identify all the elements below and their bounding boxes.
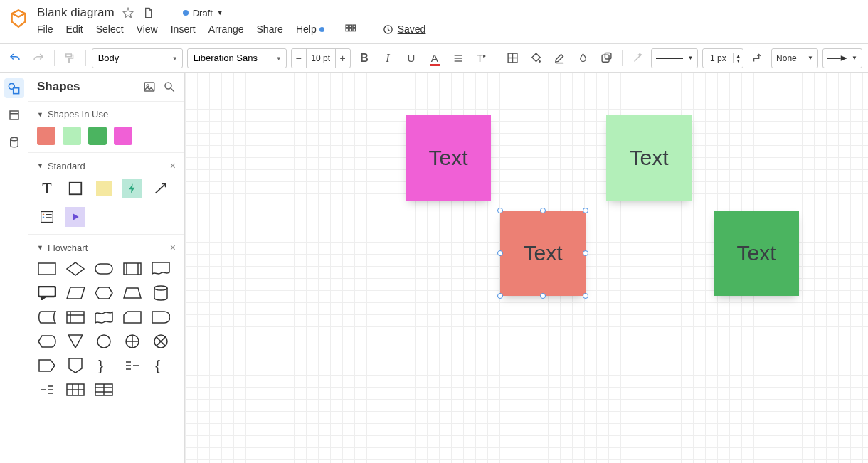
menu-share[interactable]: Share: [257, 23, 283, 35]
section-close-icon[interactable]: ×: [170, 242, 176, 253]
shape-play[interactable]: [65, 207, 85, 227]
line-width-up[interactable]: ▲: [734, 53, 743, 58]
line-style-select[interactable]: ▼: [651, 48, 698, 68]
flow-data[interactable]: [65, 284, 85, 302]
selection-handle[interactable]: [540, 293, 546, 299]
section-flowchart[interactable]: ▼Flowchart×: [37, 242, 176, 253]
font-size-stepper[interactable]: − 10 pt +: [291, 48, 351, 68]
font-size-decrease-button[interactable]: −: [292, 49, 306, 68]
section-close-icon[interactable]: ×: [170, 160, 176, 171]
line-start-select[interactable]: None▼: [771, 48, 818, 68]
shape-note[interactable]: [94, 179, 114, 198]
flow-brace-left[interactable]: {—: [151, 357, 171, 374]
sticky-note-1[interactable]: Text: [606, 115, 692, 201]
flow-database[interactable]: [151, 284, 171, 302]
swatch-0[interactable]: [37, 127, 55, 145]
italic-button[interactable]: I: [379, 48, 398, 68]
bold-button[interactable]: B: [355, 48, 374, 68]
shape-list[interactable]: [37, 207, 57, 227]
star-icon[interactable]: [122, 6, 134, 19]
selection-handle[interactable]: [540, 208, 546, 213]
fill-color-button[interactable]: [526, 48, 546, 68]
swatch-2[interactable]: [88, 127, 107, 145]
font-family-select[interactable]: Liberation Sans: [187, 48, 287, 68]
font-size-increase-button[interactable]: +: [336, 49, 350, 68]
line-routing-button[interactable]: [748, 48, 767, 68]
magic-button[interactable]: [628, 48, 647, 68]
flow-tape[interactable]: [94, 309, 114, 326]
search-icon[interactable]: [163, 80, 176, 93]
draft-status[interactable]: Draft ▼: [183, 8, 223, 18]
underline-button[interactable]: U: [401, 48, 420, 68]
document-title[interactable]: Blank diagram: [37, 6, 115, 20]
paragraph-style-select[interactable]: Body: [92, 48, 183, 68]
selection-handle[interactable]: [583, 208, 588, 213]
format-painter-button[interactable]: [60, 48, 80, 68]
menu-view[interactable]: View: [137, 23, 158, 35]
flow-terminator[interactable]: [94, 260, 114, 277]
layout-button[interactable]: [503, 48, 522, 68]
saved-indicator[interactable]: Saved: [383, 23, 426, 35]
flow-table[interactable]: [65, 381, 85, 398]
text-color-button[interactable]: A: [425, 48, 444, 68]
shape-bolt[interactable]: [122, 179, 142, 198]
apps-icon[interactable]: [344, 23, 357, 36]
shape-text[interactable]: T: [37, 179, 57, 198]
shape-rectangle[interactable]: [65, 179, 85, 198]
swatch-1[interactable]: [63, 127, 81, 145]
menu-insert[interactable]: Insert: [171, 23, 196, 35]
flow-note-left[interactable]: [37, 381, 57, 398]
flow-grid[interactable]: [94, 381, 114, 398]
flow-note-right[interactable]: [122, 357, 142, 374]
rail-container-button[interactable]: [4, 105, 24, 125]
menu-edit[interactable]: Edit: [66, 23, 83, 35]
line-width-down[interactable]: ▼: [734, 58, 743, 63]
flow-offpage[interactable]: [65, 357, 85, 374]
flow-or[interactable]: [122, 333, 142, 350]
selection-handle[interactable]: [497, 293, 503, 299]
sticky-note-3[interactable]: Text: [714, 211, 799, 296]
canvas[interactable]: TextTextTextText: [185, 73, 868, 463]
font-size-value[interactable]: 10 pt: [306, 49, 336, 68]
flow-callout[interactable]: [37, 284, 57, 302]
swatch-3[interactable]: [114, 127, 132, 145]
redo-button[interactable]: [29, 48, 48, 68]
shape-options-button[interactable]: [597, 48, 616, 68]
section-standard[interactable]: ▼Standard×: [37, 160, 176, 171]
flow-decision[interactable]: [65, 260, 85, 277]
image-icon[interactable]: [143, 80, 156, 93]
document-icon[interactable]: [142, 6, 154, 19]
opacity-button[interactable]: [573, 48, 593, 68]
flow-trapezoid[interactable]: [122, 284, 142, 302]
rail-shapes-button[interactable]: [4, 78, 24, 98]
text-options-button[interactable]: T▸: [472, 48, 491, 68]
menu-arrange[interactable]: Arrange: [208, 23, 244, 35]
selection-handle[interactable]: [497, 250, 503, 256]
flow-brace-right[interactable]: }—: [94, 357, 114, 374]
flow-display[interactable]: [37, 333, 57, 350]
flow-connector[interactable]: [94, 333, 114, 350]
line-width-stepper[interactable]: 1 px ▲▼: [702, 48, 743, 68]
flow-internal[interactable]: [65, 309, 85, 326]
flow-predefined[interactable]: [122, 260, 142, 277]
flow-stored[interactable]: [37, 309, 57, 326]
selection-handle[interactable]: [583, 293, 588, 299]
flow-process[interactable]: [37, 260, 57, 277]
line-end-select[interactable]: ▼: [822, 48, 862, 68]
align-button[interactable]: [448, 48, 467, 68]
selection-handle[interactable]: [497, 208, 503, 213]
flow-delay[interactable]: [151, 309, 171, 326]
sticky-note-0[interactable]: Text: [406, 115, 491, 201]
menu-file[interactable]: File: [37, 23, 53, 35]
flow-sum[interactable]: [151, 333, 171, 350]
selection-handle[interactable]: [583, 250, 588, 256]
menu-help[interactable]: Help: [296, 23, 324, 35]
flow-pentagon[interactable]: [37, 357, 57, 374]
menu-select[interactable]: Select: [96, 23, 124, 35]
flow-merge[interactable]: [65, 333, 85, 350]
undo-button[interactable]: [6, 48, 25, 68]
rail-database-button[interactable]: [4, 132, 24, 152]
sticky-note-2[interactable]: Text: [500, 211, 586, 296]
flow-hexagon[interactable]: [94, 284, 114, 302]
shape-arrow[interactable]: [151, 179, 171, 198]
